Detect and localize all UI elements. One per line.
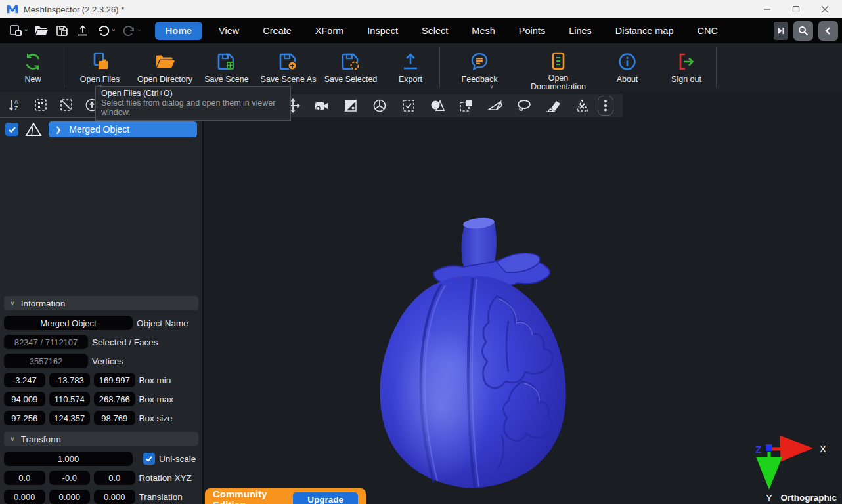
- tab-home[interactable]: Home: [155, 22, 202, 40]
- chevron-down-icon[interactable]: ˅: [112, 28, 115, 33]
- tree-item-label-pill[interactable]: ❯ Merged Object: [49, 121, 197, 137]
- translation-row: 0.000 0.000 0.000 Translation: [4, 490, 198, 504]
- export-button[interactable]: Export: [382, 46, 439, 89]
- mesh-object-icon: [25, 121, 42, 137]
- feedback-icon: [470, 51, 489, 72]
- tab-xform[interactable]: XForm: [308, 22, 351, 40]
- tab-cnc[interactable]: CNC: [690, 22, 724, 40]
- tab-points[interactable]: Points: [512, 22, 552, 40]
- properties-block: ˅ Information Merged Object Object Name …: [0, 296, 202, 504]
- open-files-icon: [89, 51, 110, 72]
- mesh-model-pumpkin[interactable]: [368, 212, 578, 494]
- new-button[interactable]: New: [0, 46, 66, 89]
- chevron-down-icon: ˅: [11, 436, 14, 443]
- save-scene-as-button[interactable]: Save Scene As: [257, 46, 320, 89]
- viewport-3d[interactable]: ˅: [204, 92, 842, 504]
- close-button[interactable]: [810, 1, 839, 18]
- tab-inspect[interactable]: Inspect: [360, 22, 405, 40]
- uni-scale-field[interactable]: 1.000: [4, 452, 133, 466]
- minimize-button[interactable]: [753, 1, 782, 18]
- app-logo-icon: [7, 4, 18, 14]
- ribbon-separator: [716, 47, 717, 88]
- box-min-row: -3.247 -13.783 169.997 Box min: [4, 373, 198, 387]
- translation-x-field[interactable]: 0.000: [4, 490, 45, 504]
- ribbon-overflow-button[interactable]: [774, 22, 788, 40]
- translation-z-field[interactable]: 0.000: [94, 490, 135, 504]
- delete-faces-tool[interactable]: [569, 95, 595, 116]
- open-documentation-button[interactable]: Open Documentation: [519, 46, 598, 89]
- object-name-field[interactable]: Merged Object: [4, 316, 133, 330]
- window-title: MeshInspector (2.2.3.26) *: [24, 5, 124, 14]
- open-files-button[interactable]: Open Files ˅: [66, 46, 133, 89]
- uni-scale-checkbox[interactable]: [143, 453, 155, 465]
- axis-y-label: Y: [766, 492, 772, 503]
- box-max-y-field: 110.574: [49, 392, 91, 406]
- copy-region-tool[interactable]: [453, 95, 479, 116]
- tab-lines[interactable]: Lines: [562, 22, 599, 40]
- edition-label: Community Edition: [213, 488, 284, 504]
- visibility-checkbox[interactable]: [5, 123, 18, 136]
- open-directory-button[interactable]: Open Directory: [133, 46, 196, 89]
- selected-faces-field: 82347 / 7112107: [4, 335, 88, 349]
- save-selected-button[interactable]: Save Selected: [320, 46, 382, 89]
- tab-distance-map[interactable]: Distance map: [608, 22, 681, 40]
- tab-mesh[interactable]: Mesh: [464, 22, 502, 40]
- save-selected-icon: [340, 51, 361, 72]
- navigation-wheel-tool[interactable]: [366, 95, 393, 116]
- information-section-header[interactable]: ˅ Information: [4, 296, 198, 310]
- save-button[interactable]: [53, 22, 72, 39]
- peel-surface-tool[interactable]: [482, 95, 508, 116]
- chevron-right-icon[interactable]: ❯: [55, 125, 61, 134]
- chevron-down-icon[interactable]: ˅: [490, 83, 493, 90]
- open-button[interactable]: [32, 22, 51, 39]
- viewport-settings-tool[interactable]: [338, 95, 364, 116]
- translation-y-field[interactable]: 0.000: [49, 490, 91, 504]
- quick-access-toolbar: ˅: [7, 22, 143, 39]
- new-scene-button[interactable]: ˅: [7, 22, 30, 39]
- tab-create[interactable]: Create: [255, 22, 299, 40]
- camera-tool[interactable]: [309, 95, 335, 116]
- deselect-all-button[interactable]: [59, 98, 74, 112]
- collapse-ribbon-button[interactable]: [818, 21, 838, 41]
- shapes-tool[interactable]: [424, 95, 451, 116]
- scene-tree-item-merged-object[interactable]: ❯ Merged Object: [0, 118, 202, 140]
- box-min-y-field: -13.783: [49, 373, 91, 387]
- rotation-x-field[interactable]: 0.0: [4, 471, 45, 485]
- save-scene-button[interactable]: Save Scene: [196, 46, 257, 89]
- more-tools-button[interactable]: [598, 96, 613, 116]
- sign-out-icon: [676, 51, 696, 72]
- sign-out-button[interactable]: Sign out: [657, 46, 716, 89]
- region-select-tool[interactable]: [395, 95, 422, 116]
- svg-text:A: A: [14, 98, 18, 105]
- upgrade-button[interactable]: Upgrade: [293, 492, 358, 504]
- open-files-tooltip: Open Files (Ctrl+O) Select files from di…: [95, 86, 291, 121]
- export-quick-button[interactable]: [74, 22, 91, 39]
- vertices-field: 3557162: [4, 354, 88, 368]
- open-documentation-icon: [549, 51, 567, 71]
- projection-mode-label[interactable]: Orthographic: [780, 493, 837, 503]
- box-min-z-field: 169.997: [94, 373, 135, 387]
- rotation-z-field[interactable]: 0.0: [94, 471, 135, 485]
- search-button[interactable]: [793, 21, 813, 41]
- maximize-button[interactable]: [782, 1, 810, 18]
- box-max-x-field: 94.009: [4, 392, 45, 406]
- tab-select[interactable]: Select: [414, 22, 455, 40]
- tooltip-title: Open Files (Ctrl+O): [101, 89, 285, 98]
- tab-view[interactable]: View: [211, 22, 246, 40]
- feedback-button[interactable]: Feedback ˅: [440, 46, 519, 89]
- about-button[interactable]: About: [598, 46, 657, 89]
- chevron-down-icon: ˅: [138, 28, 141, 33]
- new-icon: [23, 51, 43, 72]
- redo-button[interactable]: ˅: [120, 22, 143, 39]
- select-all-button[interactable]: [33, 98, 48, 112]
- chevron-down-icon[interactable]: ˅: [24, 28, 28, 33]
- rotation-y-field[interactable]: -0.0: [49, 471, 91, 485]
- eraser-tool[interactable]: [540, 95, 566, 116]
- box-size-y-field: 124.357: [49, 411, 91, 425]
- sort-alphabetical-button[interactable]: A Z: [8, 98, 22, 112]
- lasso-select-tool[interactable]: [511, 95, 537, 116]
- transform-section-header[interactable]: ˅ Transform: [4, 432, 198, 446]
- tooltip-description: Select files from dialog and open them i…: [101, 98, 285, 117]
- selected-faces-row: 82347 / 7112107 Selected / Faces: [4, 335, 198, 349]
- undo-button[interactable]: ˅: [94, 22, 117, 39]
